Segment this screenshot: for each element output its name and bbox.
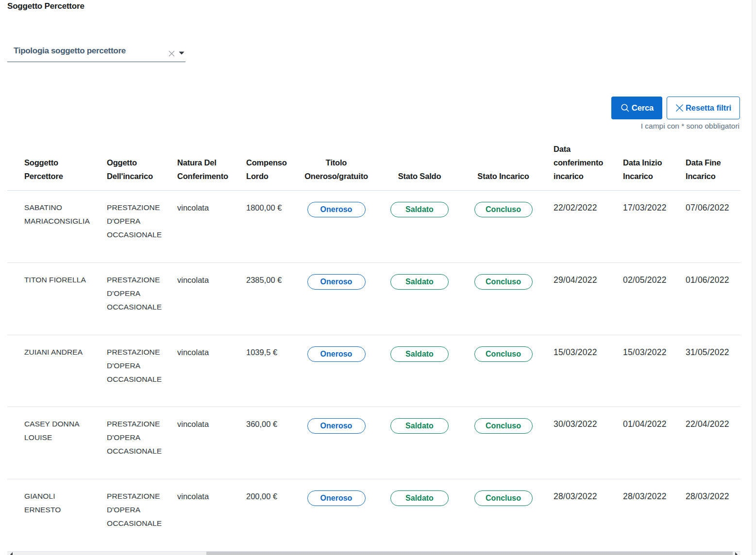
results-table-wrapper: Soggetto Percettore Oggetto Dell'incaric… — [7, 0, 740, 552]
table-row: TITON FIORELLA PRESTAZIONE D'OPERA OCCAS… — [7, 262, 740, 335]
cell-titolo: Oneroso — [296, 262, 376, 335]
column-header-natura-conferimento: Natura Del Conferimento — [170, 0, 239, 190]
cell-compenso-lordo: 1800,00 € — [239, 190, 296, 262]
stato-incarico-badge: Concluso — [474, 202, 533, 217]
cell-soggetto-percettore: CASEY DONNA LOUISE — [7, 407, 100, 479]
cell-data-fine: 07/06/2022 — [678, 190, 740, 262]
cell-compenso-lordo: 200,00 € — [239, 479, 296, 551]
cell-oggetto-incarico: PRESTAZIONE D'OPERA OCCASIONALE — [100, 407, 170, 479]
cell-data-inizio: 02/05/2022 — [616, 262, 678, 335]
column-header-data-conferimento: Data conferimento incarico — [544, 0, 616, 190]
cell-data-fine: 31/05/2022 — [678, 335, 740, 407]
stato-incarico-badge: Concluso — [474, 346, 533, 362]
horizontal-scrollbar[interactable] — [7, 552, 740, 555]
titolo-badge: Oneroso — [307, 274, 366, 290]
stato-saldo-badge: Saldato — [390, 346, 449, 362]
cell-natura-conferimento: vincolata — [170, 335, 239, 407]
stato-incarico-badge: Concluso — [474, 418, 533, 434]
cell-stato-incarico: Concluso — [463, 335, 544, 407]
cell-soggetto-percettore: ZUIANI ANDREA — [7, 335, 100, 407]
cell-natura-conferimento: vincolata — [170, 407, 239, 479]
table-header-row: Soggetto Percettore Oggetto Dell'incaric… — [7, 0, 740, 190]
cell-stato-saldo: Saldato — [376, 262, 463, 335]
stato-saldo-badge: Saldato — [390, 418, 449, 434]
titolo-badge: Oneroso — [307, 418, 366, 434]
table-row: CASEY DONNA LOUISE PRESTAZIONE D'OPERA O… — [7, 407, 740, 479]
cell-stato-saldo: Saldato — [376, 190, 463, 262]
vertical-scrollbar[interactable] — [752, 0, 756, 555]
cell-data-conferimento: 29/04/2022 — [544, 262, 616, 335]
cell-natura-conferimento: vincolata — [170, 190, 239, 262]
column-header-data-inizio: Data Inizio Incarico — [616, 0, 678, 190]
cell-titolo: Oneroso — [296, 190, 376, 262]
column-header-stato-saldo: Stato Saldo — [376, 0, 463, 190]
cell-data-inizio: 17/03/2022 — [616, 190, 678, 262]
arrow-right-icon — [735, 552, 738, 555]
column-header-oggetto-incarico: Oggetto Dell'incarico — [100, 0, 170, 190]
cell-stato-saldo: Saldato — [376, 407, 463, 479]
page: Soggetto Percettore Tipologia soggetto p… — [0, 0, 756, 555]
stato-incarico-badge: Concluso — [474, 274, 533, 290]
cell-data-fine: 22/04/2022 — [678, 407, 740, 479]
cell-oggetto-incarico: PRESTAZIONE D'OPERA OCCASIONALE — [100, 335, 170, 407]
results-table: Soggetto Percettore Oggetto Dell'incaric… — [7, 0, 740, 552]
cell-compenso-lordo: 2385,00 € — [239, 262, 296, 335]
cell-oggetto-incarico: PRESTAZIONE D'OPERA OCCASIONALE — [100, 262, 170, 335]
cell-natura-conferimento: vincolata — [170, 479, 239, 551]
cell-stato-saldo: Saldato — [376, 479, 463, 551]
cell-data-inizio: 15/03/2022 — [616, 335, 678, 407]
titolo-badge: Oneroso — [307, 490, 366, 506]
column-header-stato-incarico: Stato Incarico — [463, 0, 544, 190]
cell-compenso-lordo: 1039,5 € — [239, 335, 296, 407]
column-header-soggetto-percettore: Soggetto Percettore — [7, 0, 100, 190]
cell-data-inizio: 28/03/2022 — [616, 479, 678, 551]
table-row: SABATINO MARIACONSIGLIA PRESTAZIONE D'OP… — [7, 190, 740, 262]
horizontal-scrollbar-thumb[interactable] — [206, 552, 733, 555]
column-header-data-fine: Data Fine Incarico — [678, 0, 740, 190]
cell-titolo: Oneroso — [296, 335, 376, 407]
arrow-left-icon — [10, 552, 13, 555]
cell-data-conferimento: 22/02/2022 — [544, 190, 616, 262]
cell-data-conferimento: 30/03/2022 — [544, 407, 616, 479]
stato-saldo-badge: Saldato — [390, 202, 449, 217]
cell-natura-conferimento: vincolata — [170, 262, 239, 335]
cell-data-inizio: 01/04/2022 — [616, 407, 678, 479]
cell-titolo: Oneroso — [296, 407, 376, 479]
cell-data-conferimento: 15/03/2022 — [544, 335, 616, 407]
cell-oggetto-incarico: PRESTAZIONE D'OPERA OCCASIONALE — [100, 190, 170, 262]
stato-saldo-badge: Saldato — [390, 490, 449, 506]
titolo-badge: Oneroso — [307, 346, 366, 362]
stato-incarico-badge: Concluso — [474, 490, 533, 506]
cell-data-fine: 01/06/2022 — [678, 262, 740, 335]
table-row: ZUIANI ANDREA PRESTAZIONE D'OPERA OCCASI… — [7, 335, 740, 407]
column-header-titolo: Titolo Oneroso/gratuito — [296, 0, 376, 190]
cell-soggetto-percettore: SABATINO MARIACONSIGLIA — [7, 190, 100, 262]
cell-soggetto-percettore: TITON FIORELLA — [7, 262, 100, 335]
cell-stato-saldo: Saldato — [376, 335, 463, 407]
cell-data-fine: 28/03/2022 — [678, 479, 740, 551]
column-header-compenso-lordo: Compenso Lordo — [239, 0, 296, 190]
titolo-badge: Oneroso — [307, 202, 366, 217]
cell-titolo: Oneroso — [296, 479, 376, 551]
cell-data-conferimento: 28/03/2022 — [544, 479, 616, 551]
cell-stato-incarico: Concluso — [463, 479, 544, 551]
cell-compenso-lordo: 360,00 € — [239, 407, 296, 479]
cell-stato-incarico: Concluso — [463, 190, 544, 262]
cell-soggetto-percettore: GIANOLI ERNESTO — [7, 479, 100, 551]
table-row: GIANOLI ERNESTO PRESTAZIONE D'OPERA OCCA… — [7, 479, 740, 551]
cell-stato-incarico: Concluso — [463, 262, 544, 335]
cell-stato-incarico: Concluso — [463, 407, 544, 479]
scroll-right-button[interactable] — [733, 552, 740, 555]
scroll-left-button[interactable] — [7, 552, 15, 555]
cell-oggetto-incarico: PRESTAZIONE D'OPERA OCCASIONALE — [100, 479, 170, 551]
stato-saldo-badge: Saldato — [390, 274, 449, 290]
